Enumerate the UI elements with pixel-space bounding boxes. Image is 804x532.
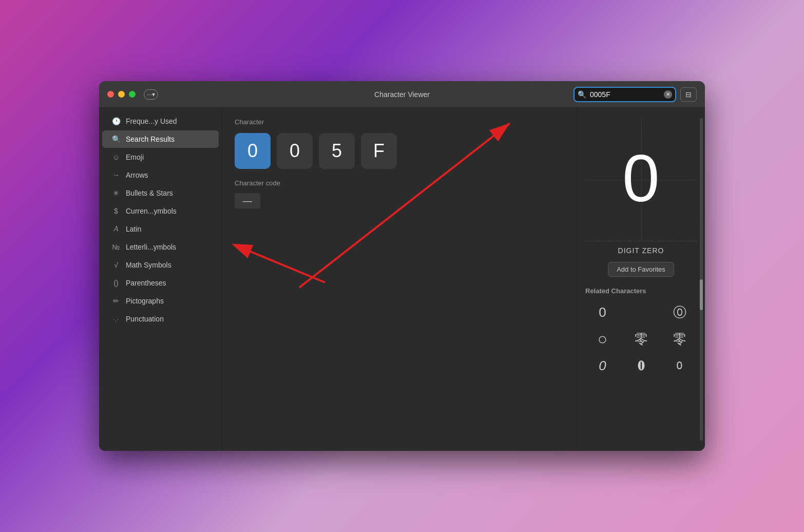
more-options-button[interactable]: ··· ▾: [144, 89, 158, 100]
char-box-0[interactable]: 0: [235, 133, 271, 169]
sidebar-item-emoji[interactable]: ☺ Emoji: [102, 148, 219, 166]
sidebar-item-label: Punctuation: [126, 315, 164, 323]
character-panel: Character 0 0 5 F Character code —: [222, 108, 577, 451]
sidebar-item-search-results[interactable]: 🔍 Search Results: [102, 130, 219, 148]
scrollbar-track: [700, 118, 703, 441]
related-char-2[interactable]: ⓪: [662, 301, 697, 324]
right-panel: 0 DIGIT ZERO Add to Favorites Related Ch…: [577, 108, 705, 451]
search-icon: 🔍: [578, 90, 586, 99]
related-char-0[interactable]: 0: [585, 301, 620, 324]
char-display-area: —: [235, 193, 564, 208]
character-name: DIGIT ZERO: [618, 246, 664, 255]
char-box-1[interactable]: 0: [277, 133, 313, 169]
char-box-2[interactable]: 5: [319, 133, 355, 169]
related-char-1[interactable]: [624, 301, 658, 324]
sidebar-item-currency-symbols[interactable]: $ Curren...ymbols: [102, 202, 219, 220]
grid-view-button[interactable]: ⊟: [680, 87, 697, 102]
scrollbar-thumb[interactable]: [700, 279, 703, 310]
titlebar: ··· ▾ Character Viewer 🔍 ✕ ⊟: [99, 81, 705, 108]
sidebar-item-label: Arrows: [126, 171, 148, 179]
related-char-8[interactable]: 𝟢: [662, 354, 697, 377]
sidebar-item-latin[interactable]: A Latin: [102, 220, 219, 238]
minimize-button[interactable]: [118, 91, 125, 98]
emoji-icon: ☺: [111, 153, 121, 161]
sidebar-item-arrows[interactable]: → Arrows: [102, 166, 219, 184]
char-box-3[interactable]: F: [361, 133, 397, 169]
sidebar-item-label: Parentheses: [126, 279, 166, 287]
traffic-lights: [107, 91, 136, 98]
related-char-4[interactable]: 零: [624, 328, 658, 350]
chevron-icon: ▾: [152, 91, 155, 98]
parentheses-icon: (): [111, 279, 121, 287]
search-input-wrapper: 🔍 ✕: [573, 87, 676, 102]
search-clear-button[interactable]: ✕: [664, 90, 672, 99]
svg-line-3: [251, 252, 325, 282]
sidebar-item-label: Letterli...ymbols: [126, 243, 176, 251]
related-char-5[interactable]: 零: [662, 328, 697, 350]
sidebar-item-label: Latin: [126, 225, 141, 233]
sidebar-item-label: Math Symbols: [126, 261, 171, 269]
maximize-button[interactable]: [129, 91, 136, 98]
sidebar-item-parentheses[interactable]: () Parentheses: [102, 274, 219, 292]
related-char-3[interactable]: ○: [585, 328, 620, 350]
character-label: Character: [235, 118, 564, 126]
sidebar-item-label: Pictographs: [126, 297, 164, 305]
char-code-label: Character code: [235, 179, 564, 187]
character-viewer-window: ··· ▾ Character Viewer 🔍 ✕ ⊟ 🕐 Freque...…: [99, 81, 705, 451]
related-characters-label: Related Characters: [585, 287, 646, 295]
character-boxes: 0 0 5 F: [235, 133, 564, 169]
sidebar: 🕐 Freque...y Used 🔍 Search Results ☺ Emo…: [99, 108, 222, 451]
char-small-display: —: [235, 193, 260, 208]
sidebar-item-label: Freque...y Used: [126, 117, 177, 125]
letterlike-icon: №: [111, 243, 121, 251]
punctuation-icon: ·,·: [111, 316, 121, 322]
sidebar-item-punctuation[interactable]: ·,· Punctuation: [102, 310, 219, 328]
toolbar: ··· ▾: [144, 89, 158, 100]
math-icon: √: [111, 261, 121, 269]
sidebar-item-label: Bullets & Stars: [126, 189, 173, 197]
add-to-favorites-button[interactable]: Add to Favorites: [608, 262, 674, 277]
sidebar-item-bullets-stars[interactable]: ✳ Bullets & Stars: [102, 184, 219, 202]
arrows-icon: →: [111, 171, 121, 179]
related-char-7[interactable]: 𝟎: [624, 354, 658, 377]
dots-icon: ···: [147, 91, 152, 98]
search-nav-icon: 🔍: [111, 135, 121, 143]
currency-icon: $: [111, 207, 121, 215]
related-characters-grid: 0 ⓪ ○ 零 零 0 𝟎 𝟢: [585, 301, 697, 377]
pictographs-icon: ✏: [111, 297, 121, 305]
search-bar-container: 🔍 ✕ ⊟: [573, 87, 697, 102]
grid-icon: ⊟: [685, 90, 692, 99]
window-title: Character Viewer: [374, 90, 430, 99]
related-char-6[interactable]: 0: [585, 354, 620, 377]
sidebar-item-label: Curren...ymbols: [126, 207, 177, 215]
clock-icon: 🕐: [111, 117, 121, 125]
latin-icon: A: [111, 225, 121, 233]
sidebar-item-math-symbols[interactable]: √ Math Symbols: [102, 256, 219, 274]
search-input[interactable]: [573, 87, 676, 102]
sidebar-item-frequently-used[interactable]: 🕐 Freque...y Used: [102, 112, 219, 130]
sidebar-item-label: Emoji: [126, 153, 144, 161]
sidebar-item-letterlike-symbols[interactable]: № Letterli...ymbols: [102, 238, 219, 256]
bullets-icon: ✳: [111, 189, 121, 197]
close-button[interactable]: [107, 91, 114, 98]
sidebar-item-label: Search Results: [126, 135, 175, 143]
main-content: 🕐 Freque...y Used 🔍 Search Results ☺ Emo…: [99, 108, 705, 451]
sidebar-item-pictographs[interactable]: ✏ Pictographs: [102, 292, 219, 310]
